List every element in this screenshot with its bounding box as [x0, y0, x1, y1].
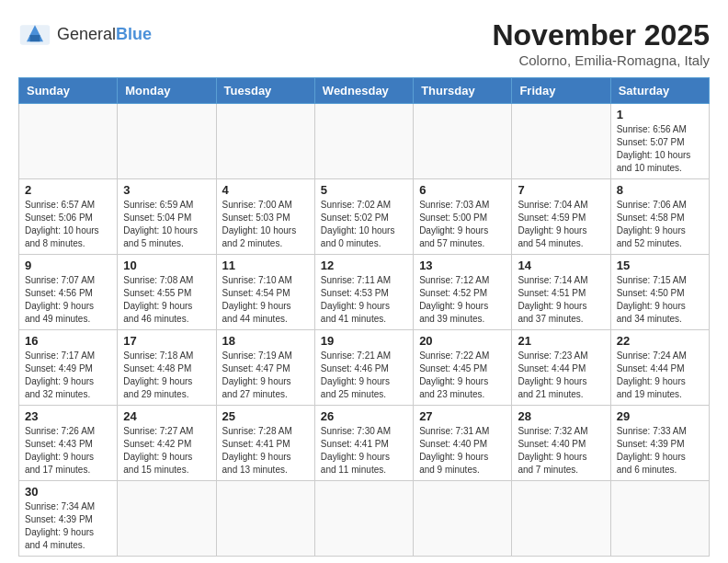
calendar-cell: 11Sunrise: 7:10 AM Sunset: 4:54 PM Dayli…: [216, 255, 314, 330]
day-info: Sunrise: 7:24 AM Sunset: 4:44 PM Dayligh…: [617, 350, 703, 401]
calendar-header: GeneralBlue November 2025 Colorno, Emili…: [18, 18, 710, 68]
day-number: 14: [518, 259, 604, 272]
calendar-cell: 13Sunrise: 7:12 AM Sunset: 4:52 PM Dayli…: [414, 255, 512, 330]
day-info: Sunrise: 7:14 AM Sunset: 4:51 PM Dayligh…: [518, 274, 604, 326]
calendar-cell: 28Sunrise: 7:32 AM Sunset: 4:40 PM Dayli…: [512, 406, 610, 481]
day-info: Sunrise: 7:12 AM Sunset: 4:52 PM Dayligh…: [419, 274, 506, 326]
day-number: 12: [321, 259, 407, 272]
day-info: Sunrise: 7:26 AM Sunset: 4:43 PM Dayligh…: [25, 425, 111, 477]
calendar-cell: 15Sunrise: 7:15 AM Sunset: 4:50 PM Dayli…: [610, 255, 709, 330]
calendar-cell: 10Sunrise: 7:08 AM Sunset: 4:55 PM Dayli…: [118, 255, 216, 330]
calendar-cell: [19, 104, 118, 179]
day-info: Sunrise: 7:19 AM Sunset: 4:47 PM Dayligh…: [222, 350, 309, 401]
day-number: 21: [518, 334, 604, 348]
weekday-header-tuesday: Tuesday: [216, 78, 314, 104]
day-number: 20: [419, 334, 506, 348]
calendar-cell: 30Sunrise: 7:34 AM Sunset: 4:39 PM Dayli…: [19, 481, 118, 557]
logo: GeneralBlue: [18, 18, 152, 52]
calendar-cell: 20Sunrise: 7:22 AM Sunset: 4:45 PM Dayli…: [414, 330, 512, 406]
day-info: Sunrise: 7:04 AM Sunset: 4:59 PM Dayligh…: [518, 199, 604, 250]
day-info: Sunrise: 7:28 AM Sunset: 4:41 PM Dayligh…: [222, 425, 309, 477]
week-row-5: 30Sunrise: 7:34 AM Sunset: 4:39 PM Dayli…: [19, 481, 710, 557]
calendar-cell: 25Sunrise: 7:28 AM Sunset: 4:41 PM Dayli…: [216, 406, 314, 481]
calendar-cell: 12Sunrise: 7:11 AM Sunset: 4:53 PM Dayli…: [314, 255, 413, 330]
day-info: Sunrise: 6:56 AM Sunset: 5:07 PM Dayligh…: [617, 123, 703, 175]
day-info: Sunrise: 7:15 AM Sunset: 4:50 PM Dayligh…: [617, 274, 703, 326]
day-info: Sunrise: 7:00 AM Sunset: 5:03 PM Dayligh…: [222, 199, 309, 250]
day-info: Sunrise: 7:06 AM Sunset: 4:58 PM Dayligh…: [617, 199, 703, 250]
weekday-header-thursday: Thursday: [414, 78, 512, 104]
calendar-cell: [314, 481, 413, 557]
calendar-cell: 24Sunrise: 7:27 AM Sunset: 4:42 PM Dayli…: [118, 406, 216, 481]
calendar-cell: 2Sunrise: 6:57 AM Sunset: 5:06 PM Daylig…: [19, 179, 118, 255]
calendar-table: SundayMondayTuesdayWednesdayThursdayFrid…: [18, 77, 710, 557]
day-info: Sunrise: 7:30 AM Sunset: 4:41 PM Dayligh…: [321, 425, 407, 477]
day-number: 22: [617, 334, 703, 348]
day-number: 25: [222, 409, 309, 423]
calendar-cell: [118, 481, 216, 557]
day-info: Sunrise: 7:21 AM Sunset: 4:46 PM Dayligh…: [321, 350, 407, 401]
day-number: 9: [25, 259, 111, 272]
calendar-cell: 19Sunrise: 7:21 AM Sunset: 4:46 PM Dayli…: [314, 330, 413, 406]
day-number: 30: [25, 485, 111, 499]
day-number: 17: [123, 334, 210, 348]
calendar-cell: 5Sunrise: 7:02 AM Sunset: 5:02 PM Daylig…: [314, 179, 413, 255]
day-info: Sunrise: 7:31 AM Sunset: 4:40 PM Dayligh…: [419, 425, 506, 477]
calendar-cell: 23Sunrise: 7:26 AM Sunset: 4:43 PM Dayli…: [19, 406, 118, 481]
week-row-3: 16Sunrise: 7:17 AM Sunset: 4:49 PM Dayli…: [19, 330, 710, 406]
week-row-1: 2Sunrise: 6:57 AM Sunset: 5:06 PM Daylig…: [19, 179, 710, 255]
calendar-cell: [216, 104, 314, 179]
day-number: 8: [617, 183, 703, 197]
week-row-2: 9Sunrise: 7:07 AM Sunset: 4:56 PM Daylig…: [19, 255, 710, 330]
day-info: Sunrise: 7:33 AM Sunset: 4:39 PM Dayligh…: [617, 425, 703, 477]
day-info: Sunrise: 7:27 AM Sunset: 4:42 PM Dayligh…: [123, 425, 210, 477]
calendar-cell: 14Sunrise: 7:14 AM Sunset: 4:51 PM Dayli…: [512, 255, 610, 330]
calendar-cell: [512, 481, 610, 557]
day-number: 29: [617, 409, 703, 423]
day-number: 10: [123, 259, 210, 272]
calendar-cell: 4Sunrise: 7:00 AM Sunset: 5:03 PM Daylig…: [216, 179, 314, 255]
weekday-header-wednesday: Wednesday: [314, 78, 413, 104]
day-info: Sunrise: 7:11 AM Sunset: 4:53 PM Dayligh…: [321, 274, 407, 326]
logo-icon: [18, 18, 51, 52]
calendar-cell: 18Sunrise: 7:19 AM Sunset: 4:47 PM Dayli…: [216, 330, 314, 406]
day-info: Sunrise: 7:34 AM Sunset: 4:39 PM Dayligh…: [25, 500, 111, 552]
week-row-4: 23Sunrise: 7:26 AM Sunset: 4:43 PM Dayli…: [19, 406, 710, 481]
weekday-header-sunday: Sunday: [19, 78, 118, 104]
calendar-cell: [314, 104, 413, 179]
day-number: 26: [321, 409, 407, 423]
day-info: Sunrise: 7:32 AM Sunset: 4:40 PM Dayligh…: [518, 425, 604, 477]
day-info: Sunrise: 7:07 AM Sunset: 4:56 PM Dayligh…: [25, 274, 111, 326]
day-number: 13: [419, 259, 506, 272]
calendar-cell: [414, 104, 512, 179]
day-number: 4: [222, 183, 309, 197]
calendar-cell: 7Sunrise: 7:04 AM Sunset: 4:59 PM Daylig…: [512, 179, 610, 255]
day-number: 28: [518, 409, 604, 423]
calendar-cell: [610, 481, 709, 557]
month-title: November 2025: [492, 18, 710, 52]
calendar-cell: [216, 481, 314, 557]
day-info: Sunrise: 6:57 AM Sunset: 5:06 PM Dayligh…: [25, 199, 111, 250]
weekday-header-monday: Monday: [118, 78, 216, 104]
day-info: Sunrise: 7:17 AM Sunset: 4:49 PM Dayligh…: [25, 350, 111, 401]
calendar-cell: 26Sunrise: 7:30 AM Sunset: 4:41 PM Dayli…: [314, 406, 413, 481]
day-number: 5: [321, 183, 407, 197]
day-number: 18: [222, 334, 309, 348]
calendar-cell: [118, 104, 216, 179]
day-number: 16: [25, 334, 111, 348]
weekday-header-row: SundayMondayTuesdayWednesdayThursdayFrid…: [19, 78, 710, 104]
weekday-header-saturday: Saturday: [610, 78, 709, 104]
day-number: 7: [518, 183, 604, 197]
calendar-cell: 3Sunrise: 6:59 AM Sunset: 5:04 PM Daylig…: [118, 179, 216, 255]
location-title: Colorno, Emilia-Romagna, Italy: [492, 52, 710, 68]
day-info: Sunrise: 7:22 AM Sunset: 4:45 PM Dayligh…: [419, 350, 506, 401]
logo-text: GeneralBlue: [57, 26, 152, 44]
day-info: Sunrise: 6:59 AM Sunset: 5:04 PM Dayligh…: [123, 199, 210, 250]
day-number: 2: [25, 183, 111, 197]
calendar-cell: [414, 481, 512, 557]
day-info: Sunrise: 7:10 AM Sunset: 4:54 PM Dayligh…: [222, 274, 309, 326]
calendar-cell: 9Sunrise: 7:07 AM Sunset: 4:56 PM Daylig…: [19, 255, 118, 330]
calendar-cell: 6Sunrise: 7:03 AM Sunset: 5:00 PM Daylig…: [414, 179, 512, 255]
day-number: 1: [617, 108, 703, 121]
day-number: 15: [617, 259, 703, 272]
